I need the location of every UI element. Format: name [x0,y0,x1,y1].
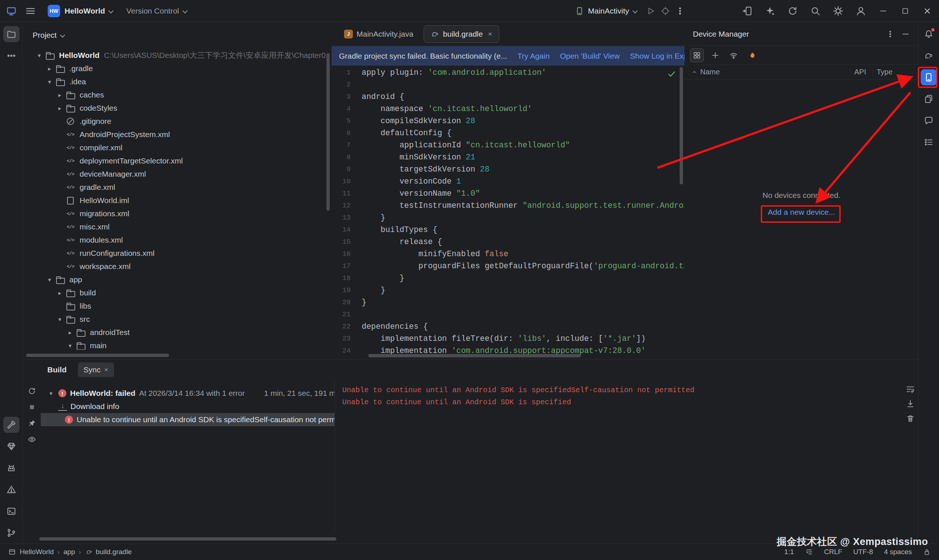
tree-item[interactable]: main [23,339,326,350]
tree-item[interactable]: deviceManager.xml [23,168,326,181]
chevron-icon[interactable] [55,92,65,98]
window-close-button[interactable] [918,2,937,20]
tree-item[interactable]: build [23,286,326,299]
profile-avatar-icon[interactable] [851,3,871,19]
gradle-tool-icon[interactable] [920,48,937,64]
run-button[interactable] [646,6,655,16]
tree-item[interactable]: src [23,312,326,326]
tree-item[interactable]: modules.xml [23,234,326,247]
tree-item[interactable]: HelloWorld.iml [23,194,326,207]
build-root-row[interactable]: HelloWorld: failed At 2026/3/14 16:34 wi… [41,387,335,400]
app-inspection-tool-icon[interactable] [920,134,937,150]
chevron-icon[interactable] [45,78,55,85]
device-manager-tool-icon[interactable] [920,69,937,85]
sync-tab[interactable]: Sync × [78,363,114,377]
terminal-tool-icon[interactable] [3,503,19,519]
chevron-icon[interactable] [65,342,75,349]
tree-item[interactable]: migrations.xml [23,207,326,220]
tree-item[interactable]: caches [23,88,326,102]
app-logo-icon[interactable] [0,3,20,19]
chevron-icon[interactable] [55,316,65,323]
column-name[interactable]: Name [685,68,850,76]
editor-vertical-scrollbar[interactable] [680,67,683,185]
project-vertical-scrollbar[interactable] [327,53,330,211]
tree-item[interactable]: .gitignore [23,115,326,128]
tree-item[interactable]: misc.xml [23,220,326,234]
chevron-icon[interactable] [46,390,56,397]
breadcrumb-project[interactable]: HelloWorld [20,548,54,556]
code-editor[interactable]: 1 apply plugin: 'com.android.application… [332,66,685,359]
scroll-to-end-icon[interactable] [906,399,915,409]
device-mirroring-icon[interactable] [737,3,757,19]
more-actions-icon[interactable] [675,6,685,16]
tree-item[interactable]: AndroidProjectSystem.xml [23,128,326,141]
banner-link[interactable]: Show Log in Explorer [630,52,685,60]
project-horizontal-scrollbar[interactable] [26,354,169,357]
tree-item[interactable]: deploymentTargetSelector.xml [23,154,326,168]
sdk-error-row[interactable]: Unable to continue until an Android SDK … [41,413,335,426]
problems-tool-icon[interactable] [3,482,19,498]
tree-item[interactable]: workspace.xml [23,260,326,273]
line-separator-widget[interactable]: CRLF [824,548,842,556]
indent-style-icon[interactable] [805,548,813,556]
encoding-widget[interactable]: UTF-8 [853,548,873,556]
logcat-tool-icon[interactable] [3,460,19,476]
notifications-bell-icon[interactable] [920,26,937,42]
project-tool-icon[interactable] [3,26,19,42]
tab-build-gradle[interactable]: build.gradle × [424,25,499,43]
more-options-icon[interactable] [886,30,894,38]
tab-mainactivity-java[interactable]: MainActivity.java [338,25,420,43]
add-device-icon[interactable] [708,48,722,62]
tree-item[interactable]: .gradle [23,62,326,75]
tree-item[interactable]: compiler.xml [23,141,326,154]
preview-eye-icon[interactable] [25,433,39,446]
add-new-device-link[interactable]: Add a new device... [768,208,835,217]
hide-panel-icon[interactable] [901,30,910,38]
tab-close-icon[interactable]: × [488,30,492,38]
project-widget[interactable]: HW HelloWorld [43,3,117,19]
firebase-flame-icon[interactable] [745,48,759,62]
build-horizontal-scrollbar[interactable] [39,537,336,541]
file-lock-icon[interactable] [923,548,931,556]
soft-wrap-icon[interactable] [906,385,915,394]
clear-trash-icon[interactable] [906,414,915,423]
tree-item[interactable]: androidTest [23,326,326,339]
caret-position-widget[interactable]: 1:1 [784,548,794,556]
chevron-icon[interactable] [55,289,65,297]
gradle-sync-icon[interactable] [783,3,803,19]
indent-widget[interactable]: 4 spaces [884,548,912,556]
editor-horizontal-scrollbar[interactable] [368,354,581,357]
vcs-menu[interactable]: Version Control [122,3,191,19]
run-config-selector[interactable]: MainActivity [570,3,641,19]
stop-icon[interactable] [25,401,39,414]
grid-view-icon[interactable] [690,48,704,62]
tree-item[interactable]: .idea [23,75,326,88]
settings-gear-icon[interactable] [828,3,848,19]
window-minimize-button[interactable] [874,2,893,20]
tree-item[interactable]: runConfigurations.xml [23,247,326,260]
tree-item[interactable]: gradle.xml [23,181,326,194]
banner-link[interactable]: Open 'Build' View [560,52,620,60]
window-maximize-button[interactable] [896,2,915,20]
breadcrumb-file[interactable]: build.gradle [96,548,132,556]
download-info-row[interactable]: Download info [41,400,335,413]
inspection-ok-icon[interactable] [667,69,676,79]
column-api[interactable]: API [850,68,873,76]
resync-icon[interactable] [25,385,39,398]
build-tool-icon[interactable] [3,417,19,433]
tree-item[interactable]: codeStyles [23,102,326,115]
column-type[interactable]: Type [873,68,918,76]
hamburger-menu-icon[interactable] [20,3,40,19]
search-icon[interactable] [805,3,825,19]
more-tool-windows-icon[interactable] [3,48,19,64]
profiler-button[interactable] [661,6,670,16]
chevron-icon[interactable] [45,276,55,283]
chevron-icon[interactable] [65,329,75,336]
app-quality-insights-icon[interactable] [3,438,19,454]
chevron-icon[interactable] [34,52,45,59]
pin-icon[interactable] [25,417,39,430]
project-panel-header[interactable]: Project [23,22,331,48]
version-control-tool-icon[interactable] [3,525,19,541]
banner-link[interactable]: Try Again [518,52,550,60]
ai-assistant-icon[interactable] [760,3,780,19]
